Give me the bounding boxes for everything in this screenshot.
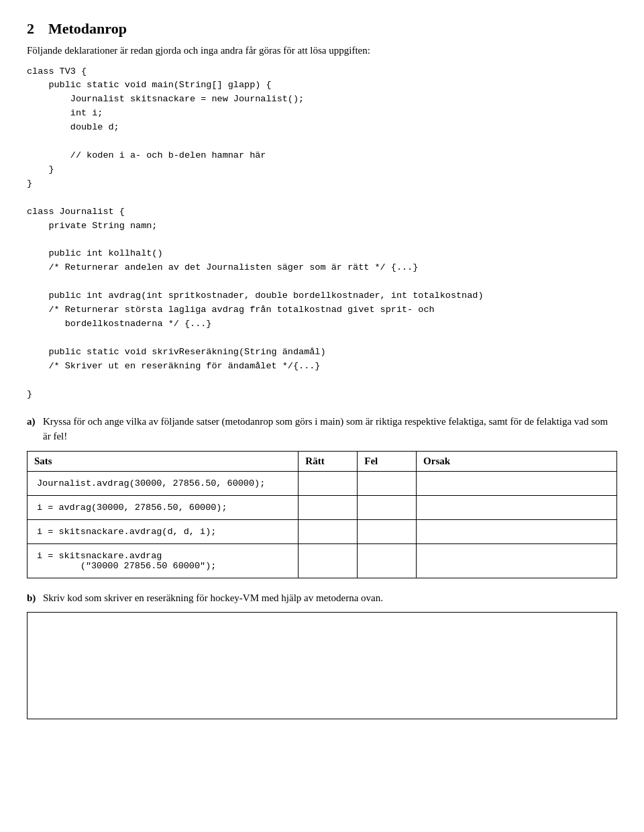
subsection-b: b) Skriv kod som skriver en reseräkning … <box>27 590 617 720</box>
subsection-a-label: a) Kryssa för och ange vilka av följande… <box>27 414 617 444</box>
table-cell-orsak-3[interactable] <box>417 543 617 578</box>
answer-box-b[interactable] <box>27 612 617 719</box>
col-header-fel: Fel <box>358 451 417 471</box>
table-row: Journalist.avdrag(30000, 27856.50, 60000… <box>28 471 617 495</box>
section-header: 2 Metodanrop <box>27 20 617 38</box>
table-header-row: Sats Rätt Fel Orsak <box>28 451 617 471</box>
table-cell-orsak-2[interactable] <box>417 519 617 543</box>
table-cell-fel-2[interactable] <box>358 519 417 543</box>
subsection-a-letter: a) <box>27 416 38 427</box>
subsection-b-letter: b) <box>27 592 38 604</box>
table-cell-sats-3: i = skitsnackare.avdrag ("30000 27856.50… <box>28 543 299 578</box>
table-row: i = avdrag(30000, 27856.50, 60000); <box>28 495 617 519</box>
table-cell-fel-1[interactable] <box>358 495 417 519</box>
table-cell-fel-0[interactable] <box>358 471 417 495</box>
table-cell-sats-2: i = skitsnackare.avdrag(d, d, i); <box>28 519 299 543</box>
table-row: i = skitsnackare.avdrag(d, d, i); <box>28 519 617 543</box>
table-cell-ratt-0[interactable] <box>299 471 358 495</box>
subsection-b-label: b) Skriv kod som skriver en reseräkning … <box>27 590 617 606</box>
table-cell-orsak-0[interactable] <box>417 471 617 495</box>
table-cell-ratt-2[interactable] <box>299 519 358 543</box>
table-cell-sats-0: Journalist.avdrag(30000, 27856.50, 60000… <box>28 471 299 495</box>
table-cell-ratt-1[interactable] <box>299 495 358 519</box>
col-header-orsak: Orsak <box>417 451 617 471</box>
table-cell-ratt-3[interactable] <box>299 543 358 578</box>
table-cell-sats-1: i = avdrag(30000, 27856.50, 60000); <box>28 495 299 519</box>
table-row: i = skitsnackare.avdrag ("30000 27856.50… <box>28 543 617 578</box>
table-cell-fel-3[interactable] <box>358 543 417 578</box>
code-block: class TV3 { public static void main(Stri… <box>27 65 617 402</box>
col-header-ratt: Rätt <box>299 451 358 471</box>
answer-table: Sats Rätt Fel Orsak Journalist.avdrag(30… <box>27 451 617 578</box>
section-number: 2 <box>27 20 40 38</box>
intro-text: Följande deklarationer är redan gjorda o… <box>27 43 617 58</box>
col-header-sats: Sats <box>28 451 299 471</box>
section-title: Metodanrop <box>48 20 127 38</box>
subsection-a-text: Kryssa för och ange vilka av följande sa… <box>43 414 617 444</box>
subsection-a: a) Kryssa för och ange vilka av följande… <box>27 414 617 578</box>
subsection-b-text: Skriv kod som skriver en reseräkning för… <box>43 590 383 606</box>
table-cell-orsak-1[interactable] <box>417 495 617 519</box>
